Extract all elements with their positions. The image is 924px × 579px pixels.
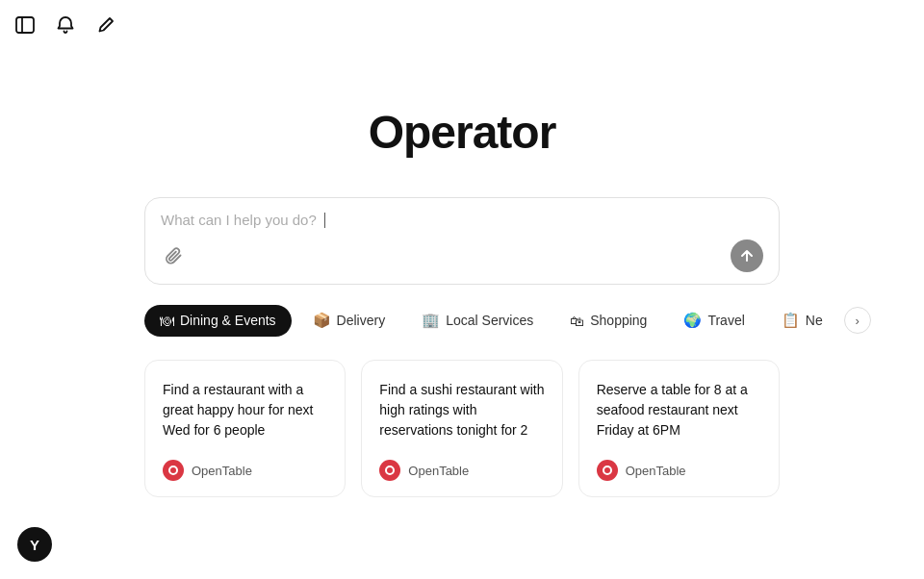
card-2-text: Find a sushi restaurant with high rating… (379, 380, 544, 441)
bell-icon[interactable] (54, 13, 77, 37)
card-2-footer: OpenTable (379, 460, 544, 481)
tab-shopping-label: Shopping (590, 313, 647, 328)
card-2[interactable]: Find a sushi restaurant with high rating… (361, 360, 562, 497)
user-avatar[interactable]: Y (17, 527, 52, 562)
card-1[interactable]: Find a restaurant with a great happy hou… (144, 360, 346, 497)
card-1-service: OpenTable (192, 464, 252, 478)
opentable-icon-1 (163, 460, 184, 481)
tab-travel-label: Travel (707, 313, 744, 328)
tab-more[interactable]: 📋 Ne (766, 304, 838, 337)
tabs-next-arrow[interactable]: › (844, 307, 871, 334)
tabs-container: 🍽 Dining & Events 📦 Delivery 🏢 Local Ser… (144, 304, 780, 337)
app-title: Operator (369, 106, 556, 159)
opentable-icon-inner-2 (385, 466, 395, 475)
tab-more-label: Ne (806, 313, 823, 328)
tab-dining[interactable]: 🍽 Dining & Events (144, 305, 292, 337)
opentable-icon-inner-1 (168, 466, 178, 475)
card-1-text: Find a restaurant with a great happy hou… (163, 380, 327, 441)
more-icon: 📋 (782, 312, 800, 329)
search-container[interactable]: What can I help you do? (144, 197, 780, 285)
card-1-footer: OpenTable (163, 460, 327, 481)
opentable-icon-inner-3 (603, 466, 612, 475)
tab-local-label: Local Services (446, 313, 533, 328)
card-3-service: OpenTable (626, 464, 686, 478)
sidebar-icon[interactable] (13, 13, 37, 37)
card-3[interactable]: Reserve a table for 8 at a seafood resta… (578, 360, 780, 497)
attach-button[interactable] (161, 242, 188, 269)
search-placeholder-text: What can I help you do? (161, 212, 317, 228)
delivery-icon: 📦 (313, 312, 331, 329)
tab-delivery[interactable]: 📦 Delivery (297, 304, 401, 337)
card-3-text: Reserve a table for 8 at a seafood resta… (597, 380, 761, 441)
card-3-footer: OpenTable (597, 460, 761, 481)
dining-icon: 🍽 (160, 313, 174, 329)
tab-dining-label: Dining & Events (180, 313, 276, 328)
cursor-blink (324, 213, 326, 228)
opentable-icon-2 (379, 460, 400, 481)
main-content: Operator What can I help you do? 🍽 Dinin… (0, 0, 924, 497)
submit-button[interactable] (731, 239, 763, 272)
edit-icon[interactable] (94, 13, 117, 37)
svg-rect-0 (16, 17, 34, 33)
tab-local-services[interactable]: 🏢 Local Services (406, 304, 549, 337)
topbar (13, 13, 117, 37)
search-bottom-bar (161, 239, 763, 272)
local-icon: 🏢 (422, 312, 440, 329)
tab-delivery-label: Delivery (337, 313, 386, 328)
travel-icon: 🌍 (683, 312, 702, 329)
search-placeholder: What can I help you do? (161, 212, 763, 228)
shopping-icon: 🛍 (570, 313, 584, 329)
opentable-icon-3 (597, 460, 618, 481)
tab-travel[interactable]: 🌍 Travel (668, 304, 759, 337)
tab-shopping[interactable]: 🛍 Shopping (554, 305, 662, 337)
card-2-service: OpenTable (408, 464, 469, 478)
cards-container: Find a restaurant with a great happy hou… (144, 360, 780, 497)
